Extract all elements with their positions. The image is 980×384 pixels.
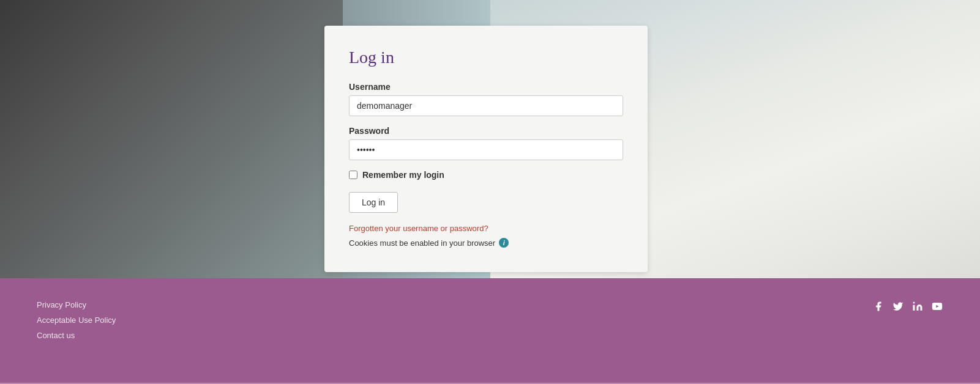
cookies-row: Cookies must be enabled in your browser … (349, 238, 623, 248)
footer-social (872, 300, 943, 312)
login-button[interactable]: Log in (349, 192, 398, 213)
hero-background: Log in Username Password Remember my log… (0, 0, 980, 278)
remember-row: Remember my login (349, 170, 623, 180)
linkedin-icon[interactable] (911, 300, 924, 312)
username-label: Username (349, 82, 623, 92)
forgot-password-link[interactable]: Forgotten your username or password? (349, 224, 623, 233)
footer-link-contact[interactable]: Contact us (37, 331, 116, 340)
password-input[interactable] (349, 139, 623, 160)
footer-link-privacy[interactable]: Privacy Policy (37, 300, 116, 309)
password-group: Password (349, 126, 623, 160)
remember-checkbox[interactable] (349, 171, 357, 179)
cookies-message: Cookies must be enabled in your browser (349, 238, 495, 248)
footer-links: Privacy Policy Acceptable Use Policy Con… (37, 300, 116, 340)
youtube-icon[interactable] (931, 300, 943, 312)
facebook-icon[interactable] (872, 300, 885, 312)
login-title: Log in (349, 48, 623, 67)
page-wrapper: Log in Username Password Remember my log… (0, 0, 980, 384)
password-label: Password (349, 126, 623, 136)
svg-rect-0 (913, 305, 915, 311)
remember-label: Remember my login (362, 170, 444, 180)
cookies-info-icon[interactable]: i (499, 238, 509, 248)
login-card: Log in Username Password Remember my log… (324, 26, 648, 272)
footer: Privacy Policy Acceptable Use Policy Con… (0, 278, 980, 384)
footer-link-acceptable-use[interactable]: Acceptable Use Policy (37, 316, 116, 325)
username-input[interactable] (349, 95, 623, 116)
twitter-icon[interactable] (892, 300, 904, 312)
username-group: Username (349, 82, 623, 116)
svg-point-1 (913, 302, 915, 304)
